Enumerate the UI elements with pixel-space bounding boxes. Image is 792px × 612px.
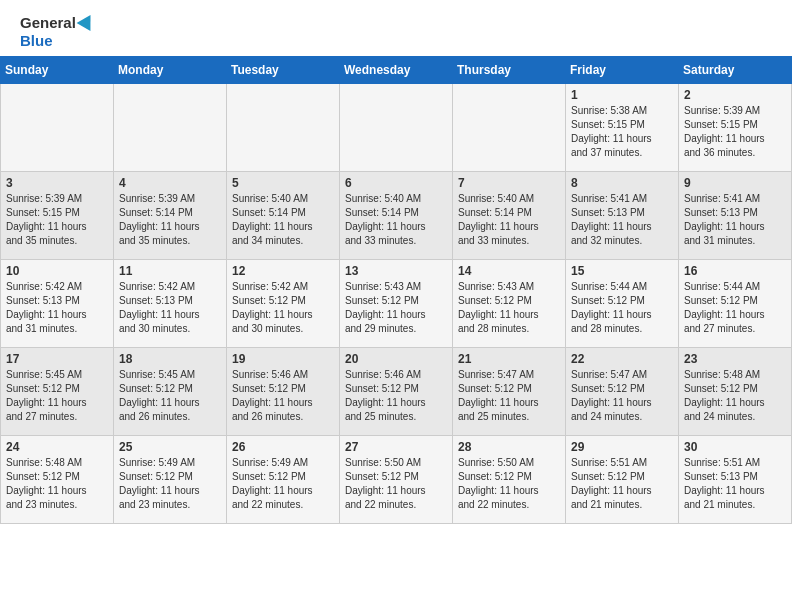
day-number: 1 [571,88,673,102]
day-number: 21 [458,352,560,366]
calendar-cell [453,84,566,172]
day-of-week-header: Saturday [679,57,792,84]
calendar-cell: 24Sunrise: 5:48 AM Sunset: 5:12 PM Dayli… [1,436,114,524]
logo: General Blue [20,14,95,50]
calendar-cell: 3Sunrise: 5:39 AM Sunset: 5:15 PM Daylig… [1,172,114,260]
day-info: Sunrise: 5:47 AM Sunset: 5:12 PM Dayligh… [571,368,673,424]
day-info: Sunrise: 5:50 AM Sunset: 5:12 PM Dayligh… [345,456,447,512]
day-of-week-header: Friday [566,57,679,84]
day-number: 17 [6,352,108,366]
day-info: Sunrise: 5:40 AM Sunset: 5:14 PM Dayligh… [458,192,560,248]
calendar-cell: 9Sunrise: 5:41 AM Sunset: 5:13 PM Daylig… [679,172,792,260]
logo-blue-text: Blue [20,32,53,50]
day-info: Sunrise: 5:39 AM Sunset: 5:15 PM Dayligh… [6,192,108,248]
calendar-cell: 28Sunrise: 5:50 AM Sunset: 5:12 PM Dayli… [453,436,566,524]
day-number: 25 [119,440,221,454]
day-info: Sunrise: 5:49 AM Sunset: 5:12 PM Dayligh… [232,456,334,512]
day-info: Sunrise: 5:41 AM Sunset: 5:13 PM Dayligh… [684,192,786,248]
day-number: 9 [684,176,786,190]
calendar-week-row: 17Sunrise: 5:45 AM Sunset: 5:12 PM Dayli… [1,348,792,436]
calendar-week-row: 3Sunrise: 5:39 AM Sunset: 5:15 PM Daylig… [1,172,792,260]
day-info: Sunrise: 5:39 AM Sunset: 5:15 PM Dayligh… [684,104,786,160]
calendar-cell: 8Sunrise: 5:41 AM Sunset: 5:13 PM Daylig… [566,172,679,260]
calendar-cell: 27Sunrise: 5:50 AM Sunset: 5:12 PM Dayli… [340,436,453,524]
logo-general-text: General [20,14,76,32]
calendar-cell: 19Sunrise: 5:46 AM Sunset: 5:12 PM Dayli… [227,348,340,436]
day-number: 20 [345,352,447,366]
day-info: Sunrise: 5:45 AM Sunset: 5:12 PM Dayligh… [119,368,221,424]
day-number: 22 [571,352,673,366]
day-info: Sunrise: 5:51 AM Sunset: 5:12 PM Dayligh… [571,456,673,512]
calendar-cell: 23Sunrise: 5:48 AM Sunset: 5:12 PM Dayli… [679,348,792,436]
day-number: 16 [684,264,786,278]
day-number: 8 [571,176,673,190]
day-number: 14 [458,264,560,278]
day-info: Sunrise: 5:51 AM Sunset: 5:13 PM Dayligh… [684,456,786,512]
day-info: Sunrise: 5:41 AM Sunset: 5:13 PM Dayligh… [571,192,673,248]
calendar-cell: 21Sunrise: 5:47 AM Sunset: 5:12 PM Dayli… [453,348,566,436]
day-info: Sunrise: 5:44 AM Sunset: 5:12 PM Dayligh… [571,280,673,336]
calendar-cell: 26Sunrise: 5:49 AM Sunset: 5:12 PM Dayli… [227,436,340,524]
day-number: 12 [232,264,334,278]
calendar-cell: 7Sunrise: 5:40 AM Sunset: 5:14 PM Daylig… [453,172,566,260]
day-info: Sunrise: 5:42 AM Sunset: 5:13 PM Dayligh… [6,280,108,336]
day-number: 18 [119,352,221,366]
day-info: Sunrise: 5:47 AM Sunset: 5:12 PM Dayligh… [458,368,560,424]
calendar-cell: 12Sunrise: 5:42 AM Sunset: 5:12 PM Dayli… [227,260,340,348]
day-number: 7 [458,176,560,190]
day-info: Sunrise: 5:45 AM Sunset: 5:12 PM Dayligh… [6,368,108,424]
day-info: Sunrise: 5:49 AM Sunset: 5:12 PM Dayligh… [119,456,221,512]
day-number: 10 [6,264,108,278]
calendar-week-row: 1Sunrise: 5:38 AM Sunset: 5:15 PM Daylig… [1,84,792,172]
calendar-header-row: SundayMondayTuesdayWednesdayThursdayFrid… [1,57,792,84]
day-number: 2 [684,88,786,102]
calendar-cell: 30Sunrise: 5:51 AM Sunset: 5:13 PM Dayli… [679,436,792,524]
calendar-cell: 1Sunrise: 5:38 AM Sunset: 5:15 PM Daylig… [566,84,679,172]
day-number: 23 [684,352,786,366]
calendar-cell: 2Sunrise: 5:39 AM Sunset: 5:15 PM Daylig… [679,84,792,172]
day-number: 4 [119,176,221,190]
calendar-cell: 17Sunrise: 5:45 AM Sunset: 5:12 PM Dayli… [1,348,114,436]
day-number: 11 [119,264,221,278]
day-info: Sunrise: 5:38 AM Sunset: 5:15 PM Dayligh… [571,104,673,160]
calendar-cell: 11Sunrise: 5:42 AM Sunset: 5:13 PM Dayli… [114,260,227,348]
day-number: 3 [6,176,108,190]
day-of-week-header: Wednesday [340,57,453,84]
day-info: Sunrise: 5:43 AM Sunset: 5:12 PM Dayligh… [458,280,560,336]
calendar-cell [227,84,340,172]
day-number: 6 [345,176,447,190]
day-info: Sunrise: 5:39 AM Sunset: 5:14 PM Dayligh… [119,192,221,248]
calendar-cell: 5Sunrise: 5:40 AM Sunset: 5:14 PM Daylig… [227,172,340,260]
day-number: 28 [458,440,560,454]
calendar-cell: 18Sunrise: 5:45 AM Sunset: 5:12 PM Dayli… [114,348,227,436]
calendar-cell: 29Sunrise: 5:51 AM Sunset: 5:12 PM Dayli… [566,436,679,524]
calendar-cell [1,84,114,172]
calendar-week-row: 10Sunrise: 5:42 AM Sunset: 5:13 PM Dayli… [1,260,792,348]
calendar-cell [340,84,453,172]
day-number: 27 [345,440,447,454]
calendar-cell: 6Sunrise: 5:40 AM Sunset: 5:14 PM Daylig… [340,172,453,260]
day-of-week-header: Thursday [453,57,566,84]
day-info: Sunrise: 5:46 AM Sunset: 5:12 PM Dayligh… [232,368,334,424]
day-number: 24 [6,440,108,454]
day-number: 30 [684,440,786,454]
calendar-cell: 16Sunrise: 5:44 AM Sunset: 5:12 PM Dayli… [679,260,792,348]
day-info: Sunrise: 5:43 AM Sunset: 5:12 PM Dayligh… [345,280,447,336]
calendar-cell: 13Sunrise: 5:43 AM Sunset: 5:12 PM Dayli… [340,260,453,348]
day-info: Sunrise: 5:50 AM Sunset: 5:12 PM Dayligh… [458,456,560,512]
calendar-cell: 15Sunrise: 5:44 AM Sunset: 5:12 PM Dayli… [566,260,679,348]
day-info: Sunrise: 5:48 AM Sunset: 5:12 PM Dayligh… [6,456,108,512]
day-info: Sunrise: 5:46 AM Sunset: 5:12 PM Dayligh… [345,368,447,424]
calendar-cell: 25Sunrise: 5:49 AM Sunset: 5:12 PM Dayli… [114,436,227,524]
day-info: Sunrise: 5:42 AM Sunset: 5:12 PM Dayligh… [232,280,334,336]
day-info: Sunrise: 5:42 AM Sunset: 5:13 PM Dayligh… [119,280,221,336]
calendar-cell: 20Sunrise: 5:46 AM Sunset: 5:12 PM Dayli… [340,348,453,436]
day-number: 19 [232,352,334,366]
day-of-week-header: Sunday [1,57,114,84]
day-number: 5 [232,176,334,190]
day-number: 13 [345,264,447,278]
day-number: 26 [232,440,334,454]
day-info: Sunrise: 5:40 AM Sunset: 5:14 PM Dayligh… [345,192,447,248]
logo-triangle-icon [76,11,97,31]
day-of-week-header: Monday [114,57,227,84]
